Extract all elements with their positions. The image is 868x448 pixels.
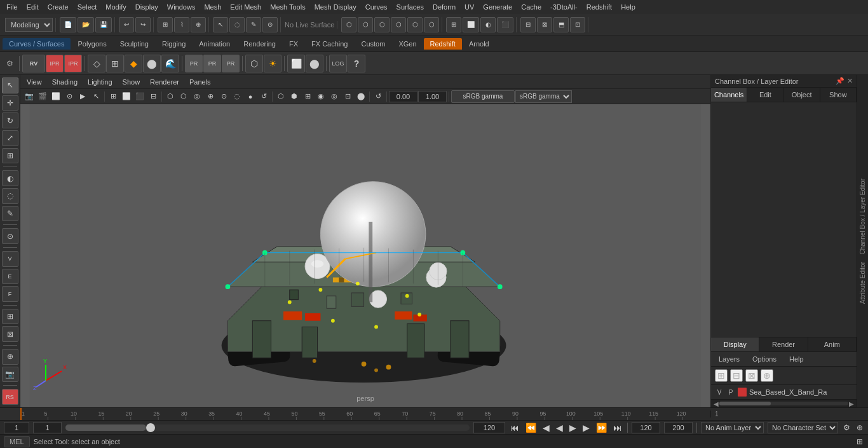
snap-grid-button[interactable]: ⊞ [158, 17, 173, 32]
vert-select-lt[interactable]: V [2, 251, 18, 267]
render-btn2[interactable]: ⬡ [358, 17, 373, 32]
next-key-btn[interactable]: ⏩ [595, 421, 608, 434]
layer-row-1[interactable]: V P Sea_Based_X_Band_Ra [711, 385, 857, 400]
vp-iso-btn4[interactable]: ◌ [231, 90, 243, 103]
menu-windows[interactable]: Windows [163, 2, 200, 12]
transform-tool-lt[interactable]: ⊞ [2, 148, 18, 164]
display-btn2[interactable]: ⬜ [463, 17, 479, 32]
next-frame-btn[interactable]: ▶ [581, 421, 591, 434]
viewport-canvas[interactable]: persp X Y Z [20, 104, 710, 407]
shelf-btn-pr3[interactable]: PR [222, 55, 240, 72]
shelf-btn-ipr1[interactable]: IPR [46, 55, 64, 72]
vp-value2[interactable] [418, 91, 447, 102]
timeline[interactable]: 1 5 10 15 20 25 30 35 40 45 50 55 60 [0, 407, 868, 420]
shelf-btn-obj3[interactable]: ◆ [125, 55, 142, 72]
tab-rigging[interactable]: Rigging [156, 38, 192, 50]
layer-scrollbar[interactable]: ◀ ▶ [711, 400, 857, 407]
edge-select-lt[interactable]: E [2, 269, 18, 285]
channel-box-close[interactable]: ✕ [847, 77, 853, 85]
vp-res-btn[interactable]: ⊟ [147, 90, 159, 103]
range-end-field[interactable] [473, 422, 505, 433]
vp-camera-btn[interactable]: 📷 [23, 90, 36, 103]
layer-scroll-track[interactable] [719, 402, 848, 405]
colorspace-select[interactable]: sRGB gamma [515, 90, 572, 103]
workspace-select[interactable]: Modeling [5, 18, 53, 32]
vp-render-btn2[interactable]: ⬡ [177, 90, 190, 103]
shelf-btn-obj4[interactable]: ⬤ [143, 55, 161, 72]
vp-colorspace-dropdown[interactable]: sRGB gamma [451, 90, 515, 103]
vp-iso-btn2[interactable]: ⊕ [204, 90, 217, 103]
prev-key-btn[interactable]: ⏪ [524, 421, 538, 434]
layer-create-empty-btn[interactable]: ⊟ [730, 369, 743, 382]
render-btn5[interactable]: ⬡ [407, 17, 423, 32]
face-select-lt[interactable]: F [2, 286, 18, 302]
vp-shade-btn7[interactable]: ⬤ [355, 90, 367, 103]
layer-visibility[interactable]: V [715, 389, 724, 396]
prev-frame-btn[interactable]: ◀ [541, 421, 551, 434]
layer-playback[interactable]: P [726, 389, 735, 396]
vp-bookmark-btn[interactable]: ⊙ [63, 90, 76, 103]
vp-display-btn[interactable]: ⬛ [133, 90, 146, 103]
status-right-btn[interactable]: ⊞ [855, 435, 864, 448]
grid-lt[interactable]: ⊞ [2, 309, 18, 325]
menu-surfaces[interactable]: Surfaces [393, 2, 428, 12]
select-tool-lt[interactable]: ↖ [2, 78, 18, 93]
shelf-btn-mat1[interactable]: ⬜ [287, 55, 305, 72]
shelf-btn-pr2[interactable]: PR [203, 55, 221, 72]
tab-show[interactable]: Show [820, 88, 857, 102]
vp-value1[interactable] [389, 91, 417, 102]
menu-deform[interactable]: Deform [429, 2, 459, 12]
tab-fx[interactable]: FX [283, 38, 304, 50]
edge-label-attribute[interactable]: Attribute Editor [858, 258, 867, 308]
display-btn1[interactable]: ⊞ [446, 17, 461, 32]
range-start-field[interactable] [33, 422, 62, 433]
shelf-btn-obj2[interactable]: ⊞ [106, 55, 124, 72]
char-set-btn1[interactable]: ⚙ [842, 421, 851, 434]
tab-fx-caching[interactable]: FX Caching [305, 38, 354, 50]
layer-scroll-thumb[interactable] [719, 402, 771, 405]
vp-gate-btn[interactable]: ⬜ [50, 90, 62, 103]
shelf-btn-sun[interactable]: ☀ [264, 55, 281, 72]
menu-modify[interactable]: Modify [102, 2, 130, 12]
open-button[interactable]: 📂 [78, 17, 94, 32]
go-end-btn[interactable]: ⏭ [612, 421, 623, 434]
char-set-select[interactable]: No Character Set [768, 422, 838, 433]
window-btn1[interactable]: ⊟ [520, 17, 536, 32]
multi-button[interactable]: ⊙ [262, 17, 278, 32]
shelf-btn-log[interactable]: LOG [329, 55, 347, 72]
layer-delete-btn[interactable]: ⊠ [745, 369, 758, 382]
vp-menu-shading[interactable]: Shading [50, 77, 80, 87]
shelf-btn-rv[interactable]: RV [22, 55, 45, 72]
menu-display[interactable]: Display [132, 2, 162, 12]
playback-slider[interactable] [65, 424, 470, 431]
tab-render[interactable]: Render [759, 337, 808, 351]
slider-thumb[interactable] [146, 423, 155, 432]
menu-mesh-display[interactable]: Mesh Display [311, 2, 360, 12]
edge-label-channel[interactable]: Channel Box / Layer Editor [858, 175, 867, 259]
tab-display[interactable]: Display [711, 337, 759, 351]
timeline-track[interactable]: 1 5 10 15 20 25 30 35 40 45 50 55 60 [20, 408, 710, 420]
show-manipulator-lt[interactable]: ⊙ [2, 228, 18, 244]
menu-uv[interactable]: UV [461, 2, 478, 12]
vp-grid-btn[interactable]: ⊞ [107, 90, 119, 103]
tab-rendering[interactable]: Rendering [237, 38, 282, 50]
render-btn6[interactable]: ⬡ [424, 17, 439, 32]
menu-generate[interactable]: Generate [479, 2, 516, 12]
vp-shade-btn5[interactable]: ◎ [328, 90, 341, 103]
select-tool-button[interactable]: ↖ [213, 17, 228, 32]
vp-menu-lighting[interactable]: Lighting [85, 77, 115, 87]
vp-anim-btn[interactable]: ▶ [76, 90, 89, 103]
menu-select[interactable]: Select [74, 2, 101, 12]
window-btn2[interactable]: ⊠ [537, 17, 552, 32]
shelf-btn-pr1[interactable]: PR [185, 55, 203, 72]
redo-button[interactable]: ↪ [135, 17, 151, 32]
new-button[interactable]: 📄 [60, 17, 76, 32]
menu-create[interactable]: Create [44, 2, 72, 12]
paint-lt[interactable]: ✎ [2, 206, 18, 222]
vp-shade-btn1[interactable]: ⬡ [275, 90, 287, 103]
vp-hud-btn[interactable]: ⬜ [120, 90, 133, 103]
lasso-lt[interactable]: ◌ [2, 188, 18, 204]
layer-options-btn[interactable]: ⊕ [761, 369, 773, 382]
move-tool-lt[interactable]: ✛ [2, 95, 18, 111]
display-btn4[interactable]: ⬛ [497, 17, 513, 32]
